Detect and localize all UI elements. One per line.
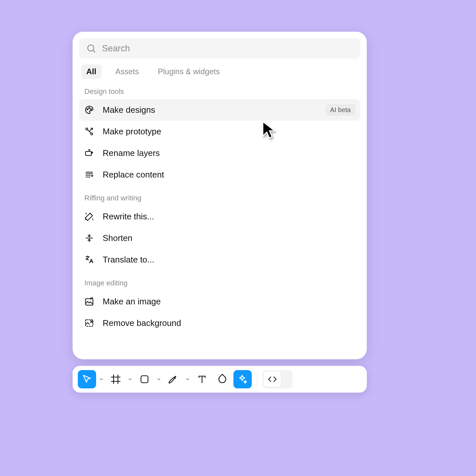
- toolbar: [73, 366, 367, 393]
- item-label: Remove background: [103, 318, 355, 328]
- item-label: Rename layers: [103, 148, 355, 158]
- actions-panel: All Assets Plugins & widgets Design tool…: [73, 32, 367, 359]
- remove-background-icon: [84, 318, 94, 328]
- tab-all[interactable]: All: [81, 64, 102, 79]
- svg-rect-7: [86, 151, 92, 156]
- dev-mode-button[interactable]: [264, 371, 281, 387]
- frame-tool[interactable]: [107, 370, 125, 388]
- item-label: Translate to...: [103, 255, 355, 265]
- ai-beta-badge: AI beta: [326, 105, 355, 115]
- item-label: Replace content: [103, 170, 355, 180]
- shape-tool-chevron[interactable]: [156, 370, 162, 388]
- rename-icon: [84, 148, 94, 158]
- tab-plugins-widgets[interactable]: Plugins & widgets: [153, 64, 225, 79]
- translate-icon: [84, 255, 94, 264]
- dev-mode-toggle[interactable]: [263, 370, 293, 388]
- shorten-icon: [84, 233, 94, 243]
- section-label-design-tools: Design tools: [79, 79, 360, 99]
- item-make-designs[interactable]: Make designs AI beta: [79, 99, 360, 121]
- svg-line-1: [93, 50, 95, 52]
- item-replace-content[interactable]: Replace content: [79, 164, 360, 185]
- palette-icon: [84, 105, 94, 115]
- svg-point-2: [87, 109, 88, 110]
- item-shorten[interactable]: Shorten: [79, 227, 360, 249]
- comment-tool[interactable]: [213, 370, 231, 388]
- item-rename-layers[interactable]: Rename layers: [79, 142, 360, 164]
- item-make-prototype[interactable]: Make prototype: [79, 121, 360, 142]
- move-tool[interactable]: [78, 370, 96, 388]
- magic-wand-icon: [84, 212, 94, 221]
- image-sparkle-icon: [84, 297, 94, 306]
- replace-content-icon: [84, 170, 94, 179]
- search-icon: [86, 43, 96, 53]
- section-label-riffing: Riffing and writing: [79, 185, 360, 206]
- move-tool-chevron[interactable]: [98, 370, 105, 388]
- item-remove-background[interactable]: Remove background: [79, 312, 360, 334]
- svg-point-4: [91, 109, 92, 110]
- svg-rect-13: [86, 298, 93, 305]
- svg-rect-19: [141, 376, 148, 382]
- item-rewrite-this[interactable]: Rewrite this...: [79, 206, 360, 227]
- item-label: Shorten: [103, 233, 355, 243]
- svg-point-3: [89, 108, 90, 109]
- frame-tool-chevron[interactable]: [127, 370, 133, 388]
- svg-rect-14: [86, 320, 93, 326]
- search-bar[interactable]: [79, 38, 360, 59]
- text-tool[interactable]: [193, 370, 211, 388]
- search-input[interactable]: [102, 43, 353, 54]
- item-label: Rewrite this...: [103, 212, 355, 222]
- item-make-an-image[interactable]: Make an image: [79, 291, 360, 312]
- pen-tool[interactable]: [164, 370, 182, 388]
- ai-actions-tool[interactable]: [233, 370, 252, 388]
- item-label: Make designs: [103, 105, 317, 115]
- item-label: Make prototype: [103, 127, 355, 137]
- toolbar-separator: [257, 371, 257, 387]
- prototype-icon: [84, 127, 94, 136]
- shape-tool[interactable]: [135, 370, 154, 388]
- item-translate-to[interactable]: Translate to...: [79, 249, 360, 270]
- filter-tabs: All Assets Plugins & widgets: [79, 59, 360, 79]
- tab-assets[interactable]: Assets: [110, 64, 144, 79]
- section-label-image-editing: Image editing: [79, 270, 360, 291]
- item-label: Make an image: [103, 297, 355, 307]
- pen-tool-chevron[interactable]: [184, 370, 191, 388]
